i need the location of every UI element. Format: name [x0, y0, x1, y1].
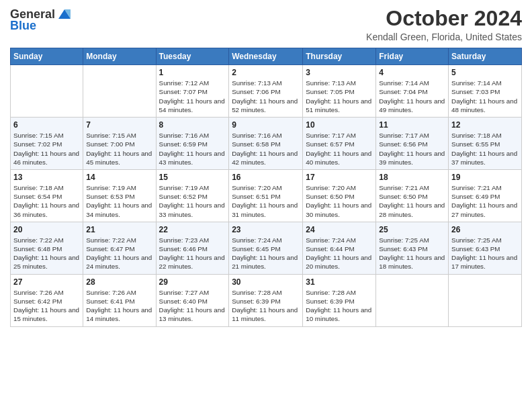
day-number: 24 — [306, 225, 373, 234]
calendar-cell — [376, 274, 449, 326]
day-info: Sunrise: 7:24 AMSunset: 6:44 PMDaylight:… — [306, 236, 373, 271]
day-number: 18 — [379, 173, 445, 182]
calendar-cell: 26Sunrise: 7:25 AMSunset: 6:43 PMDayligh… — [449, 222, 522, 274]
day-number: 7 — [86, 120, 152, 130]
calendar-cell — [83, 65, 156, 118]
header: General Blue October 2024 Kendall Green,… — [10, 7, 522, 42]
calendar-cell: 8Sunrise: 7:16 AMSunset: 6:59 PMDaylight… — [156, 118, 229, 170]
calendar-cell: 2Sunrise: 7:13 AMSunset: 7:06 PMDaylight… — [229, 65, 303, 118]
day-number: 13 — [13, 173, 80, 182]
day-number: 31 — [306, 277, 373, 287]
day-info: Sunrise: 7:27 AMSunset: 6:40 PMDaylight:… — [159, 288, 226, 324]
day-info: Sunrise: 7:23 AMSunset: 6:46 PMDaylight:… — [159, 236, 226, 271]
day-number: 6 — [13, 120, 80, 130]
calendar-cell: 4Sunrise: 7:14 AMSunset: 7:04 PMDaylight… — [376, 65, 449, 118]
day-number: 30 — [232, 277, 300, 287]
day-info: Sunrise: 7:20 AMSunset: 6:50 PMDaylight:… — [306, 183, 373, 219]
calendar-week-row: 20Sunrise: 7:22 AMSunset: 6:48 PMDayligh… — [11, 222, 522, 274]
calendar-cell: 15Sunrise: 7:19 AMSunset: 6:52 PMDayligh… — [156, 169, 229, 222]
calendar-cell: 9Sunrise: 7:16 AMSunset: 6:58 PMDaylight… — [229, 118, 303, 170]
day-number: 2 — [232, 68, 300, 77]
logo-triangle-icon — [57, 7, 72, 21]
calendar-cell: 19Sunrise: 7:21 AMSunset: 6:49 PMDayligh… — [449, 169, 522, 222]
day-header-sunday: Sunday — [11, 48, 83, 65]
calendar-header-row: SundayMondayTuesdayWednesdayThursdayFrid… — [11, 48, 522, 65]
calendar-cell: 14Sunrise: 7:19 AMSunset: 6:53 PMDayligh… — [83, 169, 156, 222]
day-info: Sunrise: 7:14 AMSunset: 7:03 PMDaylight:… — [451, 79, 519, 114]
day-number: 3 — [306, 68, 373, 77]
day-number: 25 — [379, 225, 445, 234]
calendar-cell: 30Sunrise: 7:28 AMSunset: 6:39 PMDayligh… — [229, 274, 303, 326]
day-header-thursday: Thursday — [303, 48, 376, 65]
day-info: Sunrise: 7:17 AMSunset: 6:57 PMDaylight:… — [306, 131, 373, 167]
day-header-wednesday: Wednesday — [229, 48, 303, 65]
day-info: Sunrise: 7:21 AMSunset: 6:49 PMDaylight:… — [451, 183, 519, 219]
calendar-cell: 25Sunrise: 7:25 AMSunset: 6:43 PMDayligh… — [376, 222, 449, 274]
calendar-cell: 29Sunrise: 7:27 AMSunset: 6:40 PMDayligh… — [156, 274, 229, 326]
day-number: 27 — [13, 277, 80, 287]
day-number: 17 — [306, 173, 373, 182]
day-info: Sunrise: 7:14 AMSunset: 7:04 PMDaylight:… — [379, 79, 445, 114]
day-header-saturday: Saturday — [449, 48, 522, 65]
day-number: 12 — [451, 120, 519, 130]
day-number: 10 — [306, 120, 373, 130]
calendar-cell: 3Sunrise: 7:13 AMSunset: 7:05 PMDaylight… — [303, 65, 376, 118]
calendar-cell: 13Sunrise: 7:18 AMSunset: 6:54 PMDayligh… — [11, 169, 83, 222]
day-number: 16 — [232, 173, 300, 182]
day-info: Sunrise: 7:18 AMSunset: 6:55 PMDaylight:… — [451, 131, 519, 167]
month-title: October 2024 — [366, 7, 522, 30]
location: Kendall Green, Florida, United States — [366, 32, 522, 42]
day-number: 26 — [451, 225, 519, 234]
day-number: 14 — [86, 173, 152, 182]
calendar-cell: 12Sunrise: 7:18 AMSunset: 6:55 PMDayligh… — [449, 118, 522, 170]
day-info: Sunrise: 7:18 AMSunset: 6:54 PMDaylight:… — [13, 183, 80, 219]
calendar-cell: 17Sunrise: 7:20 AMSunset: 6:50 PMDayligh… — [303, 169, 376, 222]
calendar-cell: 24Sunrise: 7:24 AMSunset: 6:44 PMDayligh… — [303, 222, 376, 274]
day-info: Sunrise: 7:16 AMSunset: 6:58 PMDaylight:… — [232, 131, 300, 167]
calendar-cell: 31Sunrise: 7:28 AMSunset: 6:39 PMDayligh… — [303, 274, 376, 326]
day-info: Sunrise: 7:17 AMSunset: 6:56 PMDaylight:… — [379, 131, 445, 167]
day-info: Sunrise: 7:28 AMSunset: 6:39 PMDaylight:… — [232, 288, 300, 324]
day-info: Sunrise: 7:22 AMSunset: 6:47 PMDaylight:… — [86, 236, 152, 271]
logo: General Blue — [10, 7, 72, 33]
logo-blue-text: Blue — [10, 19, 36, 33]
day-number: 1 — [159, 68, 226, 77]
day-info: Sunrise: 7:26 AMSunset: 6:41 PMDaylight:… — [86, 288, 152, 324]
day-info: Sunrise: 7:21 AMSunset: 6:50 PMDaylight:… — [379, 183, 445, 219]
day-number: 20 — [13, 225, 80, 234]
calendar-cell: 11Sunrise: 7:17 AMSunset: 6:56 PMDayligh… — [376, 118, 449, 170]
calendar-cell: 10Sunrise: 7:17 AMSunset: 6:57 PMDayligh… — [303, 118, 376, 170]
day-info: Sunrise: 7:26 AMSunset: 6:42 PMDaylight:… — [13, 288, 80, 324]
calendar-cell: 28Sunrise: 7:26 AMSunset: 6:41 PMDayligh… — [83, 274, 156, 326]
calendar-cell: 5Sunrise: 7:14 AMSunset: 7:03 PMDaylight… — [449, 65, 522, 118]
calendar-cell: 16Sunrise: 7:20 AMSunset: 6:51 PMDayligh… — [229, 169, 303, 222]
calendar-cell: 6Sunrise: 7:15 AMSunset: 7:02 PMDaylight… — [11, 118, 83, 170]
day-number: 15 — [159, 173, 226, 182]
day-info: Sunrise: 7:12 AMSunset: 7:07 PMDaylight:… — [159, 79, 226, 114]
day-info: Sunrise: 7:19 AMSunset: 6:53 PMDaylight:… — [86, 183, 152, 219]
day-info: Sunrise: 7:25 AMSunset: 6:43 PMDaylight:… — [451, 236, 519, 271]
day-number: 23 — [232, 225, 300, 234]
calendar-cell: 27Sunrise: 7:26 AMSunset: 6:42 PMDayligh… — [11, 274, 83, 326]
day-header-tuesday: Tuesday — [156, 48, 229, 65]
day-number: 22 — [159, 225, 226, 234]
calendar-cell — [449, 274, 522, 326]
day-header-friday: Friday — [376, 48, 449, 65]
calendar-week-row: 27Sunrise: 7:26 AMSunset: 6:42 PMDayligh… — [11, 274, 522, 326]
day-number: 19 — [451, 173, 519, 182]
day-number: 29 — [159, 277, 226, 287]
calendar-cell: 20Sunrise: 7:22 AMSunset: 6:48 PMDayligh… — [11, 222, 83, 274]
day-number: 9 — [232, 120, 300, 130]
day-info: Sunrise: 7:15 AMSunset: 7:00 PMDaylight:… — [86, 131, 152, 167]
calendar-cell — [11, 65, 83, 118]
page: General Blue October 2024 Kendall Green,… — [0, 0, 532, 411]
day-info: Sunrise: 7:13 AMSunset: 7:06 PMDaylight:… — [232, 79, 300, 114]
day-header-monday: Monday — [83, 48, 156, 65]
day-number: 11 — [379, 120, 445, 130]
calendar-cell: 23Sunrise: 7:24 AMSunset: 6:45 PMDayligh… — [229, 222, 303, 274]
day-info: Sunrise: 7:25 AMSunset: 6:43 PMDaylight:… — [379, 236, 445, 271]
calendar-week-row: 13Sunrise: 7:18 AMSunset: 6:54 PMDayligh… — [11, 169, 522, 222]
day-number: 28 — [86, 277, 152, 287]
day-info: Sunrise: 7:22 AMSunset: 6:48 PMDaylight:… — [13, 236, 80, 271]
day-info: Sunrise: 7:20 AMSunset: 6:51 PMDaylight:… — [232, 183, 300, 219]
